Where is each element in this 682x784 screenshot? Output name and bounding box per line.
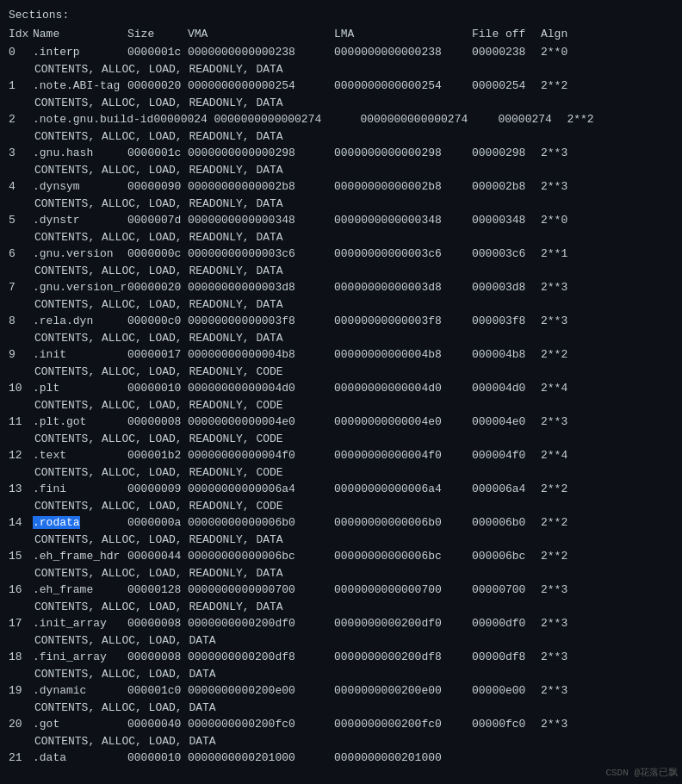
table-row: 5.dynstr0000007d0000000000000348 0000000… [9, 212, 673, 246]
section-idx: 11 [9, 414, 33, 431]
section-main-line: 8.rela.dyn000000c000000000000003f8 00000… [9, 313, 673, 330]
table-row: 20.got000000400000000000200fc0 000000000… [9, 716, 673, 750]
section-vma: 0000000000200df8 [188, 649, 326, 666]
section-flags: CONTENTS, ALLOC, LOAD, READONLY, CODE [9, 397, 673, 414]
section-flags: CONTENTS, ALLOC, LOAD, READONLY, DATA [9, 61, 673, 78]
table-row: 16.eh_frame000001280000000000000700 0000… [9, 582, 673, 615]
section-fileoff: 000004f0 [472, 447, 541, 464]
section-vma: 0000000000000700 [188, 582, 326, 599]
section-size: 00000090 [127, 178, 188, 196]
section-flags: CONTENTS, ALLOC, LOAD, READONLY, DATA [9, 162, 673, 179]
section-fileoff: 000006bc [472, 548, 541, 565]
section-algn: 2**3 [541, 649, 575, 666]
section-idx: 2 [9, 111, 33, 128]
section-flags: CONTENTS, ALLOC, LOAD, READONLY, DATA [9, 599, 673, 616]
section-main-line: 12.text000001b200000000000004f0 00000000… [9, 447, 673, 464]
section-name: .rela.dyn [33, 313, 127, 330]
section-fileoff: 00000274 [498, 111, 567, 128]
section-idx: 1 [9, 78, 33, 95]
section-main-line: 5.dynstr0000007d0000000000000348 0000000… [9, 212, 673, 229]
section-lma: 00000000000003f8 [334, 313, 472, 330]
section-size: 00000017 [127, 346, 188, 364]
section-algn: 2**3 [541, 145, 575, 162]
section-flags: CONTENTS, ALLOC, LOAD, READONLY, DATA [9, 128, 673, 146]
section-main-line: 21.data000000100000000000201000 00000000… [9, 750, 673, 767]
section-main-line: 2.note.gnu.build-id000000240000000000000… [9, 111, 673, 128]
section-flags: CONTENTS, ALLOC, LOAD, DATA [9, 632, 673, 650]
section-lma: 0000000000200fc0 [334, 716, 472, 733]
section-name: .data [33, 750, 127, 767]
section-algn: 2**3 [541, 279, 575, 296]
section-idx: 18 [9, 649, 33, 666]
section-idx: 3 [9, 145, 33, 162]
section-idx: 16 [9, 582, 33, 599]
section-name: .note.ABI-tag [33, 78, 127, 95]
table-row: 0.interp0000001c0000000000000238 0000000… [9, 44, 673, 78]
section-lma: 0000000000000348 [334, 212, 472, 229]
section-fileoff: 000003c6 [472, 246, 541, 263]
section-vma: 00000000000004d0 [188, 380, 326, 397]
section-idx: 14 [9, 514, 33, 532]
section-fileoff: 000004b8 [472, 346, 541, 364]
section-fileoff: 00000df8 [472, 649, 541, 666]
section-idx: 19 [9, 682, 33, 700]
section-idx: 7 [9, 279, 33, 296]
watermark: CSDN @花落已飘 [605, 766, 678, 781]
section-vma: 00000000000006b0 [188, 514, 326, 532]
section-name: .rodata [33, 514, 127, 532]
section-lma: 0000000000000254 [334, 78, 472, 95]
section-size: 00000010 [127, 380, 188, 397]
section-main-line: 11.plt.got0000000800000000000004e0 00000… [9, 414, 673, 431]
section-algn: 2**2 [541, 346, 575, 364]
section-algn: 2**3 [541, 178, 575, 196]
table-row: 21.data000000100000000000201000 00000000… [9, 750, 673, 767]
section-flags: CONTENTS, ALLOC, LOAD, READONLY, DATA [9, 229, 673, 246]
table-row: 4.dynsym0000009000000000000002b8 0000000… [9, 178, 673, 212]
section-idx: 17 [9, 615, 33, 632]
section-main-line: 3.gnu.hash0000001c0000000000000298 00000… [9, 145, 673, 162]
section-fileoff: 000006b0 [472, 514, 541, 532]
section-flags: CONTENTS, ALLOC, LOAD, DATA [9, 700, 673, 717]
section-name: .init [33, 346, 127, 364]
table-row: 7.gnu.version_r0000002000000000000003d8 … [9, 279, 673, 313]
section-fileoff: 000006a4 [472, 481, 541, 498]
section-main-line: 7.gnu.version_r0000002000000000000003d8 … [9, 279, 673, 296]
section-name: .dynstr [33, 212, 127, 229]
table-row: 19.dynamic000001c00000000000200e00 00000… [9, 682, 673, 716]
table-row: 13.fini0000000900000000000006a4 00000000… [9, 481, 673, 514]
section-size: 00000008 [127, 649, 188, 666]
section-lma: 00000000000003c6 [334, 246, 472, 263]
sections-list: 0.interp0000001c0000000000000238 0000000… [9, 44, 673, 767]
section-main-line: 1.note.ABI-tag000000200000000000000254 0… [9, 78, 673, 95]
table-row: 17.init_array000000080000000000200df0 00… [9, 615, 673, 649]
section-flags: CONTENTS, ALLOC, LOAD, READONLY, CODE [9, 464, 673, 482]
section-fileoff: 00000fc0 [472, 716, 541, 733]
section-lma: 0000000000000274 [360, 111, 498, 128]
section-main-line: 15.eh_frame_hdr0000004400000000000006bc … [9, 548, 673, 565]
section-name: .eh_frame [33, 582, 127, 599]
section-lma: 0000000000200e00 [334, 682, 472, 700]
section-lma: 00000000000004d0 [334, 380, 472, 397]
section-algn: 2**0 [541, 212, 575, 229]
section-size: 00000020 [127, 78, 188, 95]
section-algn: 2**1 [541, 246, 575, 263]
table-row: 14.rodata0000000a00000000000006b0 000000… [9, 514, 673, 548]
section-fileoff: 00000254 [472, 78, 541, 95]
section-algn: 2**0 [541, 44, 575, 61]
section-algn: 2**2 [541, 548, 575, 565]
section-flags: CONTENTS, ALLOC, LOAD, READONLY, DATA [9, 565, 673, 582]
section-flags: CONTENTS, ALLOC, LOAD, READONLY, DATA [9, 196, 673, 213]
section-fileoff: 000004e0 [472, 414, 541, 431]
section-algn: 2**2 [541, 514, 575, 532]
section-main-line: 10.plt0000001000000000000004d0 000000000… [9, 380, 673, 397]
section-lma: 00000000000002b8 [334, 178, 472, 196]
section-name: .gnu.version_r [33, 279, 127, 296]
section-name: .init_array [33, 615, 127, 632]
section-flags: CONTENTS, ALLOC, LOAD, READONLY, CODE [9, 364, 673, 381]
section-vma: 00000000000006bc [188, 548, 326, 565]
section-fileoff: 000002b8 [472, 178, 541, 196]
section-size: 00000024 [153, 111, 214, 128]
section-main-line: 9.init0000001700000000000004b8 000000000… [9, 346, 673, 364]
section-algn: 2**4 [541, 380, 575, 397]
section-main-line: 17.init_array000000080000000000200df0 00… [9, 615, 673, 632]
